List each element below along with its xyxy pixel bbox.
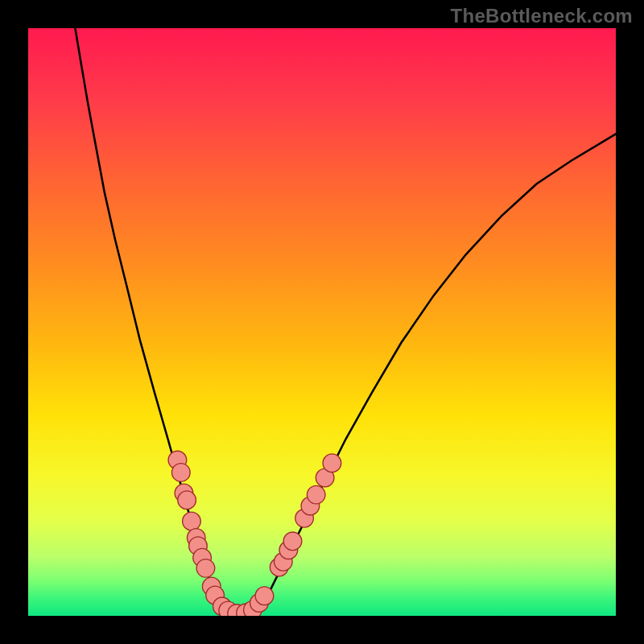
data-point [196, 559, 215, 578]
plot-area [28, 28, 616, 616]
data-point [307, 485, 325, 504]
data-point [178, 491, 196, 510]
data-point [171, 464, 190, 482]
data-point [183, 512, 201, 530]
chart-canvas: TheBottleneck.com [0, 0, 644, 644]
data-point [323, 454, 341, 473]
data-point-markers [28, 28, 616, 616]
data-point [283, 532, 302, 551]
data-point [255, 587, 274, 605]
watermark-text: TheBottleneck.com [451, 5, 633, 27]
